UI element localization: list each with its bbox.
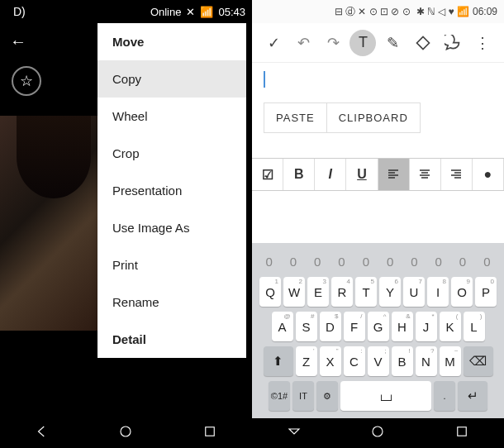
status-icons: ⊟ ⓓ ✕ ⊙ ⊡ ⊘ ⊙ ✱ ℕ ◁ ♥ 📶 bbox=[335, 5, 469, 19]
key-b[interactable]: B! bbox=[392, 346, 413, 376]
svg-point-0 bbox=[121, 427, 131, 436]
backspace-key[interactable]: ⌫ bbox=[464, 346, 493, 376]
num-key[interactable]: 0 bbox=[476, 251, 497, 271]
num-key[interactable]: 0 bbox=[283, 251, 304, 271]
key-k[interactable]: K( bbox=[440, 312, 461, 341]
context-menu: Move Copy Wheel Crop Presentation Use Im… bbox=[97, 23, 246, 358]
num-key[interactable]: 0 bbox=[259, 251, 280, 271]
key-m[interactable]: M~ bbox=[440, 346, 461, 376]
paste-button[interactable]: PASTE bbox=[264, 102, 327, 133]
nav-home-r[interactable] bbox=[370, 424, 385, 442]
eraser-tool[interactable] bbox=[410, 30, 436, 56]
settings-key[interactable]: ⚙ bbox=[316, 381, 338, 411]
italic-button[interactable]: I bbox=[315, 159, 346, 190]
num-key[interactable]: 0 bbox=[379, 251, 401, 271]
key-i[interactable]: I8 bbox=[427, 277, 449, 307]
time-right: 06:09 bbox=[473, 6, 497, 17]
space-key[interactable]: ⌴ bbox=[340, 381, 431, 411]
menu-use-image-as[interactable]: Use Image As bbox=[97, 209, 246, 246]
text-tool[interactable]: T bbox=[349, 30, 376, 56]
key-c[interactable]: C: bbox=[344, 346, 365, 376]
time-left: 05:43 bbox=[218, 6, 245, 18]
svg-rect-3 bbox=[458, 427, 467, 436]
more-button[interactable]: ⋮ bbox=[469, 30, 496, 56]
bullet-button[interactable]: ● bbox=[473, 159, 504, 190]
text-cursor bbox=[264, 71, 265, 88]
key-y[interactable]: Y6 bbox=[379, 277, 401, 307]
key-t[interactable]: T5 bbox=[355, 277, 377, 307]
num-key[interactable]: 0 bbox=[331, 251, 353, 271]
enter-key[interactable]: ↵ bbox=[458, 381, 487, 411]
key-z[interactable]: Z' bbox=[296, 346, 317, 376]
keyboard: 0000000000 Q1W2E3R4T5Y6U7I8O9P0 A@S#D$F/… bbox=[252, 243, 504, 418]
key-s[interactable]: S# bbox=[296, 312, 317, 341]
symbols-key[interactable]: ©1# bbox=[269, 381, 290, 411]
key-n[interactable]: N? bbox=[416, 346, 437, 376]
num-key[interactable]: 0 bbox=[428, 251, 449, 271]
text-input[interactable] bbox=[252, 63, 504, 99]
key-v[interactable]: V; bbox=[368, 346, 389, 376]
num-key[interactable]: 0 bbox=[307, 251, 328, 271]
nav-home[interactable] bbox=[118, 424, 133, 442]
shift-key[interactable]: ⬆ bbox=[264, 346, 293, 376]
nav-back-r[interactable] bbox=[287, 424, 302, 442]
menu-copy[interactable]: Copy bbox=[97, 60, 246, 98]
key-o[interactable]: O9 bbox=[451, 277, 473, 307]
key-e[interactable]: E3 bbox=[307, 277, 329, 307]
photo-thumbnail[interactable] bbox=[0, 116, 107, 331]
bold-button[interactable]: B bbox=[283, 159, 315, 190]
checklist-button[interactable]: ☑ bbox=[252, 159, 283, 190]
key-w[interactable]: W2 bbox=[283, 277, 305, 307]
svg-point-2 bbox=[373, 427, 383, 436]
undo-button[interactable]: ↶ bbox=[290, 30, 316, 56]
menu-presentation[interactable]: Presentation bbox=[97, 172, 246, 209]
menu-crop[interactable]: Crop bbox=[97, 135, 246, 172]
menu-rename[interactable]: Rename bbox=[97, 284, 246, 321]
favorite-button[interactable]: ☆ bbox=[12, 66, 41, 96]
key-d[interactable]: D$ bbox=[320, 312, 341, 341]
clipboard-button[interactable]: CLIPBOARD bbox=[327, 102, 421, 133]
underline-button[interactable]: U bbox=[346, 159, 378, 190]
key-p[interactable]: P0 bbox=[475, 277, 497, 307]
confirm-button[interactable]: ✓ bbox=[260, 30, 287, 56]
signal-icon: 📶 bbox=[200, 6, 213, 18]
key-j[interactable]: J* bbox=[416, 312, 437, 341]
menu-detail[interactable]: Detail bbox=[97, 321, 246, 358]
key-a[interactable]: A@ bbox=[272, 312, 293, 341]
redo-button[interactable]: ↷ bbox=[320, 30, 346, 56]
align-center-button[interactable] bbox=[410, 159, 441, 190]
align-right-button[interactable] bbox=[441, 159, 473, 190]
nav-recent-r[interactable] bbox=[454, 424, 469, 442]
period-key[interactable]: . bbox=[434, 381, 455, 411]
key-f[interactable]: F/ bbox=[344, 312, 365, 341]
mute-icon: ✕ bbox=[186, 6, 195, 18]
key-q[interactable]: Q1 bbox=[259, 277, 281, 307]
online-label: Online bbox=[150, 6, 182, 18]
back-button[interactable]: ← bbox=[10, 32, 26, 51]
nav-back[interactable] bbox=[35, 424, 50, 442]
key-r[interactable]: R4 bbox=[331, 277, 353, 307]
nav-recent[interactable] bbox=[202, 424, 217, 442]
menu-wheel[interactable]: Wheel bbox=[97, 98, 246, 135]
menu-move[interactable]: Move bbox=[97, 23, 246, 60]
num-key[interactable]: 0 bbox=[403, 251, 425, 271]
key-h[interactable]: H& bbox=[392, 312, 413, 341]
align-left-button[interactable] bbox=[378, 159, 410, 190]
key-x[interactable]: X" bbox=[320, 346, 341, 376]
num-key[interactable]: 0 bbox=[452, 251, 473, 271]
num-key[interactable]: 0 bbox=[355, 251, 377, 271]
svg-rect-1 bbox=[206, 427, 215, 436]
carrier-label: D) bbox=[7, 5, 26, 18]
pen-tool[interactable]: ✎ bbox=[380, 30, 407, 56]
menu-print[interactable]: Print bbox=[97, 246, 246, 284]
comment-tool[interactable] bbox=[440, 30, 466, 56]
key-u[interactable]: U7 bbox=[403, 277, 425, 307]
key-g[interactable]: G^ bbox=[368, 312, 389, 341]
key-l[interactable]: L) bbox=[464, 312, 485, 341]
lang-key[interactable]: IT bbox=[292, 381, 314, 411]
